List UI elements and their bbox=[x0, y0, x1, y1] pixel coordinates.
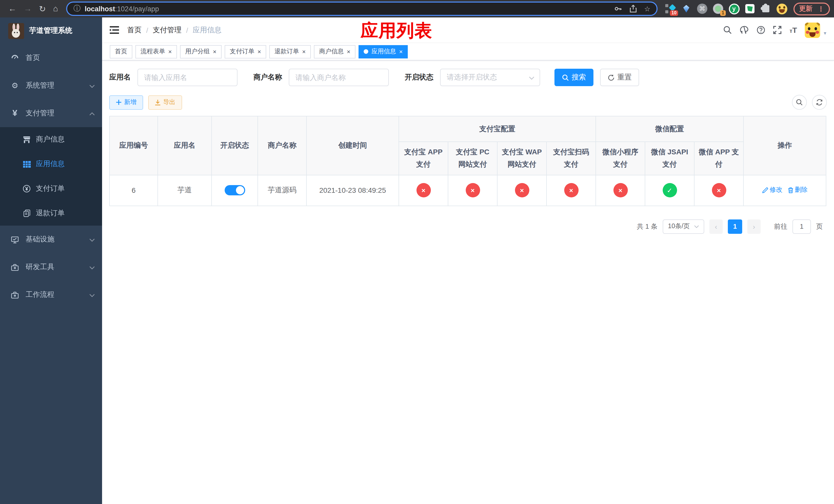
toggle-search-button[interactable] bbox=[792, 95, 807, 110]
chevron-down-icon bbox=[89, 82, 95, 90]
toolbox-icon bbox=[11, 291, 19, 299]
yen-icon: ¥ bbox=[11, 109, 19, 117]
github-icon[interactable] bbox=[740, 25, 749, 35]
total-count: 共 1 条 bbox=[637, 222, 658, 231]
refresh-button[interactable] bbox=[812, 95, 827, 110]
url-bar[interactable]: ⓘ localhost:1024/pay/app ☆ bbox=[66, 2, 658, 16]
sidebar-item-home[interactable]: 首页 bbox=[0, 44, 102, 72]
app-table: 应用编号 应用名 开启状态 商户名称 创建时间 支付宝配置 微信配置 操作 支付… bbox=[109, 116, 826, 206]
col-wx-lite: 微信小程序支付 bbox=[596, 142, 645, 175]
tags-view-bar: 首页 流程表单× 用户分组× 支付订单× 退款订单× 商户信息× 应用信息× bbox=[102, 43, 834, 61]
reload-icon[interactable]: ↻ bbox=[39, 4, 46, 14]
app-name-input[interactable] bbox=[137, 69, 238, 86]
extension-yuque-icon[interactable]: y bbox=[728, 3, 740, 14]
bookmark-star-icon[interactable]: ☆ bbox=[644, 5, 650, 13]
close-icon[interactable]: × bbox=[302, 48, 306, 54]
browser-menu-icon[interactable]: ⋮ bbox=[818, 5, 824, 13]
sidebar-item-dev-tools[interactable]: 研发工具 bbox=[0, 253, 102, 281]
tag-refund-order[interactable]: 退款订单× bbox=[269, 45, 311, 58]
goto-page-input[interactable] bbox=[792, 219, 811, 233]
extension-gem-icon[interactable] bbox=[681, 3, 692, 14]
search-button[interactable]: 搜索 bbox=[554, 69, 593, 86]
password-key-icon[interactable] bbox=[614, 5, 622, 13]
extension-profile-icon[interactable]: 1 bbox=[712, 3, 724, 14]
sidebar-item-workflow[interactable]: 工作流程 bbox=[0, 281, 102, 308]
tag-user-group[interactable]: 用户分组× bbox=[180, 45, 222, 58]
close-icon[interactable]: × bbox=[399, 48, 403, 54]
font-size-icon[interactable]: тT bbox=[790, 26, 797, 35]
pagination: 共 1 条 10条/页 ‹ 1 › 前往 页 bbox=[109, 219, 827, 233]
sidebar-item-refund-order[interactable]: 退款订单 bbox=[0, 201, 102, 226]
col-alipay-pc: 支付宝 PC 网站支付 bbox=[448, 142, 497, 175]
forward-icon[interactable]: → bbox=[24, 4, 32, 13]
add-button[interactable]: 新增 bbox=[109, 95, 143, 110]
chevron-down-icon bbox=[89, 263, 95, 271]
sidebar-item-pay-order[interactable]: 支付订单 bbox=[0, 176, 102, 201]
tag-process-form[interactable]: 流程表单× bbox=[135, 45, 177, 58]
extension-command-icon[interactable]: ⌘ bbox=[697, 3, 708, 14]
tag-pay-order[interactable]: 支付订单× bbox=[225, 45, 266, 58]
reset-button[interactable]: 重置 bbox=[600, 69, 639, 86]
close-icon[interactable]: × bbox=[347, 48, 350, 54]
browser-window: ← → ↻ ⌂ ⓘ localhost:1024/pay/app ☆ 10 bbox=[0, 0, 834, 504]
wx-jsapi-status: ✓ bbox=[662, 183, 677, 198]
col-wx-app: 微信 APP 支付 bbox=[694, 142, 744, 175]
help-icon[interactable] bbox=[757, 26, 766, 35]
sidebar-item-label: 商户信息 bbox=[36, 135, 65, 144]
cell-created: 2021-10-23 08:49:25 bbox=[306, 175, 399, 206]
chevron-down-icon bbox=[89, 291, 95, 299]
status-select[interactable]: 请选择开启状态 bbox=[440, 69, 540, 86]
chevron-up-icon bbox=[89, 109, 95, 117]
extensions-puzzle-icon[interactable] bbox=[760, 3, 771, 14]
breadcrumb-home[interactable]: 首页 bbox=[127, 25, 141, 35]
sidebar-item-system[interactable]: ⚙ 系统管理 bbox=[0, 72, 102, 99]
prev-page-button[interactable]: ‹ bbox=[709, 219, 723, 233]
edit-button[interactable]: 修改 bbox=[762, 186, 783, 194]
home-icon[interactable]: ⌂ bbox=[53, 4, 58, 13]
col-group-alipay: 支付宝配置 bbox=[399, 116, 596, 142]
user-menu-caret-icon[interactable]: ▾ bbox=[824, 30, 826, 36]
sidebar-submenu-payment: 商户信息 应用信息 支付订单 bbox=[0, 127, 102, 226]
site-info-icon[interactable]: ⓘ bbox=[73, 4, 81, 13]
next-page-button[interactable]: › bbox=[747, 219, 761, 233]
close-icon[interactable]: × bbox=[258, 48, 261, 54]
col-alipay-app: 支付宝 APP 支付 bbox=[399, 142, 448, 175]
extension-emoji-icon[interactable] bbox=[776, 3, 787, 14]
extension-pin-icon[interactable]: 10 bbox=[665, 3, 676, 14]
enabled-toggle[interactable] bbox=[224, 185, 245, 196]
sidebar-item-label: 首页 bbox=[26, 53, 40, 63]
current-page-button[interactable]: 1 bbox=[728, 219, 742, 233]
close-icon[interactable]: × bbox=[213, 48, 216, 54]
sidebar-item-label: 支付订单 bbox=[36, 184, 65, 193]
back-icon[interactable]: ← bbox=[8, 4, 16, 13]
page-size-select[interactable]: 10条/页 bbox=[663, 219, 704, 233]
col-alipay-wap: 支付宝 WAP 网站支付 bbox=[497, 142, 547, 175]
sidebar-item-payment[interactable]: ¥ 支付管理 bbox=[0, 99, 102, 127]
alipay-app-status: × bbox=[416, 183, 431, 198]
search-icon[interactable] bbox=[723, 26, 732, 35]
sidebar-item-app-info[interactable]: 应用信息 bbox=[0, 152, 102, 176]
fullscreen-icon[interactable] bbox=[773, 26, 782, 35]
share-icon[interactable] bbox=[629, 5, 637, 13]
extension-chat-icon[interactable] bbox=[744, 3, 755, 14]
active-dot bbox=[364, 49, 368, 54]
tag-home[interactable]: 首页 bbox=[110, 45, 132, 58]
sidebar-collapse-icon[interactable] bbox=[110, 26, 119, 34]
close-icon[interactable]: × bbox=[168, 48, 172, 54]
sidebar-item-merchant-info[interactable]: 商户信息 bbox=[0, 127, 102, 152]
breadcrumb-payment[interactable]: 支付管理 bbox=[153, 25, 181, 35]
filter-form: 应用名 商户名称 开启状态 请选择开启状态 搜索 bbox=[109, 69, 827, 86]
chevron-down-icon bbox=[529, 73, 534, 82]
update-button[interactable]: 更新 ⋮ bbox=[793, 2, 830, 15]
delete-button[interactable]: 删除 bbox=[788, 186, 808, 194]
user-avatar[interactable] bbox=[805, 22, 820, 38]
sidebar-item-infrastructure[interactable]: 基础设施 bbox=[0, 226, 102, 253]
export-button[interactable]: 导出 bbox=[148, 95, 182, 110]
documents-icon bbox=[23, 209, 31, 217]
col-actions: 操作 bbox=[744, 116, 826, 175]
merchant-name-input[interactable] bbox=[289, 69, 389, 86]
logo-row[interactable]: 芋道管理系统 bbox=[0, 18, 102, 44]
tag-merchant-info[interactable]: 商户信息× bbox=[314, 45, 355, 58]
tag-app-info[interactable]: 应用信息× bbox=[358, 45, 408, 58]
alipay-qr-status: × bbox=[564, 183, 578, 198]
